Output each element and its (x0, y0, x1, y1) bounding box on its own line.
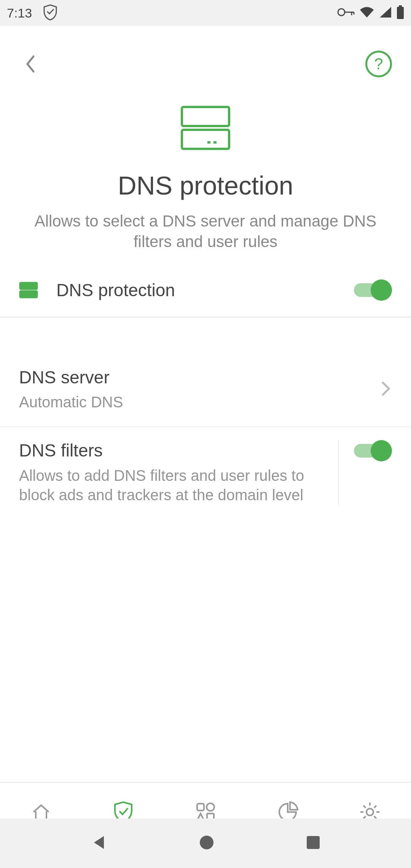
dns-server-icon (181, 106, 230, 152)
chevron-right-icon (380, 380, 392, 399)
svg-rect-8 (20, 291, 37, 297)
help-button[interactable]: ? (365, 51, 392, 77)
hero-section: DNS protection Allows to select a DNS se… (0, 102, 411, 267)
svg-rect-7 (20, 283, 37, 289)
svg-rect-2 (397, 7, 404, 19)
svg-rect-9 (197, 804, 204, 811)
sys-recent-button[interactable] (306, 835, 321, 852)
svg-point-10 (207, 803, 214, 811)
page-subtitle: Allows to select a DNS server and manage… (23, 211, 388, 252)
svg-rect-14 (307, 836, 320, 849)
sys-back-button[interactable] (90, 834, 108, 853)
dns-server-row[interactable]: DNS server Automatic DNS (0, 356, 411, 427)
status-bar: 7:13 (0, 0, 411, 26)
signal-icon (379, 6, 392, 20)
dns-protection-switch[interactable] (354, 279, 392, 301)
svg-point-0 (338, 9, 345, 16)
shield-outline-icon (43, 4, 58, 22)
dns-filters-desc: Allows to add DNS filters and user rules… (19, 466, 323, 505)
vertical-divider (338, 440, 339, 505)
back-button[interactable] (19, 53, 42, 75)
dns-server-value: Automatic DNS (19, 392, 380, 412)
svg-rect-3 (182, 107, 229, 126)
dns-filters-title: DNS filters (19, 440, 323, 461)
system-nav-bar (0, 819, 411, 868)
dns-filters-row[interactable]: DNS filters Allows to add DNS filters an… (0, 427, 411, 523)
sys-home-button[interactable] (198, 834, 215, 853)
vpn-key-icon (337, 7, 355, 19)
app-bar: ? (0, 26, 411, 102)
svg-point-12 (366, 809, 373, 815)
help-icon: ? (374, 55, 383, 73)
page-title: DNS protection (23, 171, 388, 200)
svg-rect-4 (182, 130, 229, 149)
settings-list: DNS server Automatic DNS DNS filters All… (0, 318, 411, 523)
wifi-icon (359, 6, 374, 20)
dns-protection-label: DNS protection (56, 280, 354, 300)
chevron-left-icon (24, 53, 37, 75)
battery-icon (397, 5, 404, 21)
dns-protection-toggle-row[interactable]: DNS protection (0, 267, 411, 318)
dns-filters-switch[interactable] (354, 440, 392, 461)
svg-rect-1 (399, 5, 402, 7)
dns-server-title: DNS server (19, 367, 380, 388)
svg-point-13 (200, 836, 213, 849)
dns-icon (19, 281, 38, 300)
status-time: 7:13 (7, 6, 32, 21)
